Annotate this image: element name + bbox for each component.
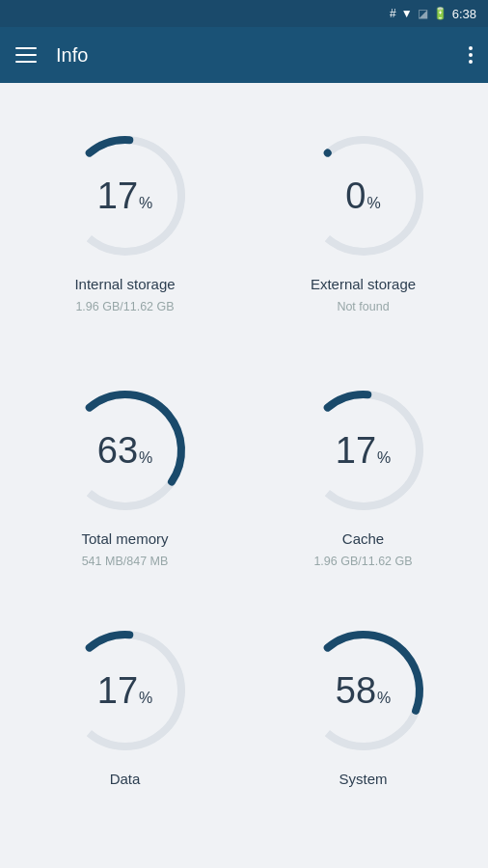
circle-system: 58 %	[291, 618, 436, 763]
page-title: Info	[56, 44, 449, 67]
circle-internal-storage: 17 %	[53, 123, 198, 268]
card-subtitle-total-memory: 541 MB/847 MB	[82, 555, 169, 568]
circle-external-storage: 0 %	[291, 123, 436, 268]
status-bar: # ▼ ◪ 🔋 6:38	[0, 0, 488, 27]
signal-icon: ◪	[418, 7, 428, 20]
circle-percent-internal-storage: %	[139, 194, 152, 211]
status-icons: # ▼ ◪ 🔋 6:38	[390, 7, 476, 21]
circle-percent-cache: %	[377, 449, 391, 467]
card-subtitle-external-storage: Not found	[337, 300, 389, 313]
status-time: 6:38	[452, 7, 476, 21]
card-system: 58 % System	[244, 603, 482, 858]
card-external-storage: 0 % External storage Not found	[244, 93, 482, 348]
circle-percent-system: %	[377, 690, 391, 707]
circle-total-memory: 63 %	[53, 378, 198, 523]
circle-number-total-memory: 63	[97, 430, 138, 472]
card-total-memory: 63 % Total memory 541 MB/847 MB	[6, 348, 244, 604]
card-subtitle-cache: 1.96 GB/11.62 GB	[313, 555, 412, 568]
card-subtitle-internal-storage: 1.96 GB/11.62 GB	[75, 300, 174, 313]
wifi-icon: ▼	[401, 7, 413, 20]
circle-number-external-storage: 0	[345, 175, 366, 216]
circle-percent-external-storage: %	[366, 194, 380, 211]
card-internal-storage: 17 % Internal storage 1.96 GB/11.62 GB	[6, 93, 244, 348]
circle-number-internal-storage: 17	[97, 175, 138, 216]
main-content: 17 % Internal storage 1.96 GB/11.62 GB 0…	[0, 83, 488, 868]
hash-icon: #	[390, 7, 396, 20]
card-data: 17 % Data	[6, 603, 244, 858]
app-bar: Info	[0, 27, 488, 83]
battery-icon: 🔋	[433, 7, 447, 20]
circle-percent-data: %	[139, 690, 152, 707]
circle-number-data: 17	[97, 670, 138, 712]
more-options-button[interactable]	[469, 46, 473, 64]
card-cache: 17 % Cache 1.96 GB/11.62 GB	[244, 348, 482, 604]
circle-data: 17 %	[53, 618, 198, 763]
menu-button[interactable]	[15, 47, 37, 63]
circle-cache: 17 %	[291, 378, 436, 523]
circle-number-cache: 17	[336, 430, 376, 472]
circle-percent-total-memory: %	[139, 449, 152, 467]
circle-number-system: 58	[336, 670, 376, 712]
